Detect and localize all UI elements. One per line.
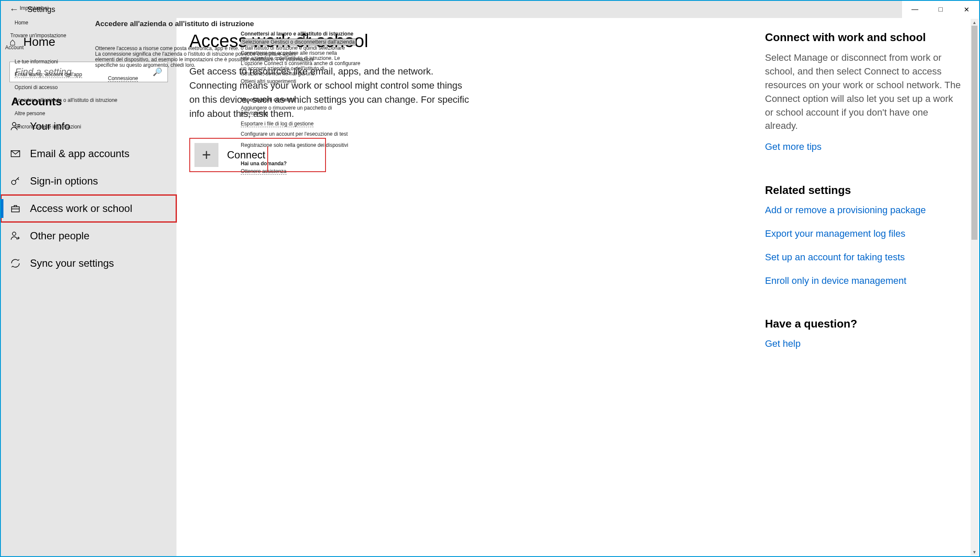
related-settings-section: Related settings Add or remove a provisi… xyxy=(765,184,962,287)
window-controls: — □ ✕ xyxy=(902,1,979,18)
home-icon: ⌂ xyxy=(9,36,16,48)
settings-window: ← Settings — □ ✕ ⌂ Home 🔍 Accounts xyxy=(0,0,980,557)
key-icon xyxy=(9,176,21,186)
plus-icon: + xyxy=(194,143,218,167)
scroll-thumb[interactable] xyxy=(971,26,977,240)
sidebar-item-label: Sync your settings xyxy=(30,257,114,269)
sidebar-item-other-people[interactable]: Other people xyxy=(1,222,176,250)
svg-point-0 xyxy=(12,122,16,126)
sidebar-item-label: Sign-in options xyxy=(30,175,98,187)
page-title: Access work or school xyxy=(189,31,472,51)
body: ⌂ Home 🔍 Accounts Your info Email & app … xyxy=(1,18,979,556)
sidebar-item-signin[interactable]: Sign-in options xyxy=(1,167,176,195)
scrollbar[interactable]: ▲ ▼ xyxy=(971,19,978,555)
connect-label: Connect xyxy=(227,149,265,161)
sidebar-item-label: Your info xyxy=(30,120,70,132)
connect-text: Select Manage or disconnect from work or… xyxy=(765,51,962,133)
related-link-export-logs[interactable]: Export your management log files xyxy=(765,227,962,241)
related-link-provisioning[interactable]: Add or remove a provisioning package xyxy=(765,204,962,217)
search-box[interactable]: 🔍 xyxy=(9,62,168,82)
question-section: Have a question? Get help xyxy=(765,317,962,351)
close-button[interactable]: ✕ xyxy=(953,1,979,18)
main-column: Access work or school Get access to reso… xyxy=(189,31,472,556)
sidebar-item-email[interactable]: Email & app accounts xyxy=(1,140,176,167)
home-label: Home xyxy=(24,35,56,49)
search-input[interactable] xyxy=(15,66,153,77)
briefcase-icon xyxy=(9,203,21,214)
related-link-taking-tests[interactable]: Set up an account for taking tests xyxy=(765,251,962,264)
people-add-icon xyxy=(9,231,21,241)
mail-icon xyxy=(9,149,21,159)
home-nav[interactable]: ⌂ Home xyxy=(1,31,176,53)
related-heading: Related settings xyxy=(765,184,962,197)
window-title: Settings xyxy=(27,5,55,14)
person-icon xyxy=(9,121,21,131)
get-tips-link[interactable]: Get more tips xyxy=(765,140,962,154)
back-icon[interactable]: ← xyxy=(9,4,19,15)
sidebar-item-label: Access work or school xyxy=(30,203,132,214)
right-column: Connect with work and school Select Mana… xyxy=(765,31,962,556)
sidebar-item-label: Email & app accounts xyxy=(30,148,129,160)
svg-line-6 xyxy=(18,179,19,180)
related-link-enroll[interactable]: Enroll only in device management xyxy=(765,274,962,288)
sidebar-item-access-work[interactable]: Access work or school xyxy=(1,195,176,222)
sidebar-item-your-info[interactable]: Your info xyxy=(1,113,176,140)
page-description: Get access to resources like email, apps… xyxy=(189,64,472,121)
maximize-button[interactable]: □ xyxy=(928,1,953,18)
minimize-button[interactable]: — xyxy=(902,1,928,18)
connect-heading: Connect with work and school xyxy=(765,31,962,44)
sync-icon xyxy=(9,258,21,268)
scroll-up-icon[interactable]: ▲ xyxy=(971,19,978,26)
connect-help-section: Connect with work and school Select Mana… xyxy=(765,31,962,154)
section-label: Accounts xyxy=(1,95,176,113)
question-heading: Have a question? xyxy=(765,317,962,331)
get-help-link[interactable]: Get help xyxy=(765,337,962,351)
svg-point-9 xyxy=(12,232,16,235)
search-icon: 🔍 xyxy=(153,67,162,77)
titlebar: ← Settings — □ ✕ xyxy=(1,1,979,18)
content: Access work or school Get access to reso… xyxy=(176,18,979,556)
titlebar-left: ← Settings xyxy=(1,4,55,15)
svg-rect-7 xyxy=(12,207,19,212)
scroll-down-icon[interactable]: ▼ xyxy=(971,548,978,555)
connect-button[interactable]: + Connect xyxy=(189,138,326,172)
sidebar-item-label: Other people xyxy=(30,230,90,242)
sidebar: ⌂ Home 🔍 Accounts Your info Email & app … xyxy=(1,18,176,556)
sidebar-item-sync[interactable]: Sync your settings xyxy=(1,250,176,277)
